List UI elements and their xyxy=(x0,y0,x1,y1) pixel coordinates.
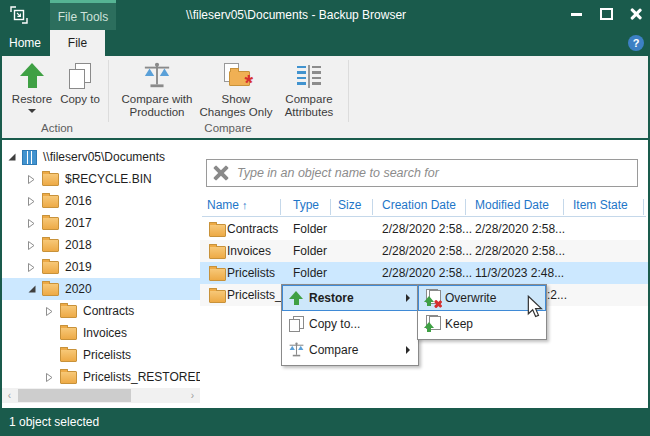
tree-item-recycle-bin[interactable]: $RECYCLE.BIN xyxy=(2,168,223,190)
collapsed-twisty-icon[interactable] xyxy=(26,240,37,251)
column-header-type[interactable]: Type xyxy=(293,198,319,216)
expanded-twisty-icon[interactable] xyxy=(6,152,17,162)
column-separator xyxy=(330,199,331,215)
tree-item-label: Pricelists xyxy=(83,348,131,362)
column-separator xyxy=(372,199,373,215)
contextual-tab-file-tools[interactable]: File Tools xyxy=(50,0,116,30)
cell-name: Invoices xyxy=(227,240,271,262)
collapsed-twisty-icon[interactable] xyxy=(26,174,37,185)
expanded-twisty-icon[interactable] xyxy=(26,284,37,294)
cell-modified-date: 11/3/2023 2:48... xyxy=(475,262,564,284)
collapsed-twisty-icon[interactable] xyxy=(26,218,37,229)
tree-item-2017[interactable]: 2017 xyxy=(2,212,223,234)
menu-item-label: Compare xyxy=(309,343,406,357)
column-header-creation-date[interactable]: Creation Date xyxy=(382,198,456,216)
clear-search-icon[interactable] xyxy=(212,165,229,182)
app-icon xyxy=(9,5,29,25)
tree-item-label: $RECYCLE.BIN xyxy=(65,172,152,186)
column-header-label: Name xyxy=(207,198,239,212)
menu-item-restore[interactable]: Restore xyxy=(282,285,418,311)
collapsed-twisty-icon[interactable] xyxy=(44,306,55,317)
menu-item-copy-to[interactable]: Copy to... xyxy=(282,311,418,337)
scroll-left-arrow-icon[interactable]: ‹ xyxy=(2,388,17,403)
tab-home[interactable]: Home xyxy=(0,30,50,56)
minimize-button[interactable] xyxy=(562,0,590,28)
cell-type: Folder xyxy=(293,240,327,262)
compare-with-production-button[interactable]: Compare with Production xyxy=(114,59,200,123)
table-row-pricelists[interactable]: Pricelists Folder 2/28/2020 2:58... 11/3… xyxy=(200,262,648,284)
status-text: 1 object selected xyxy=(9,415,99,429)
folder-tree: \\fileserv05\Documents $RECYCLE.BIN 2016… xyxy=(2,140,201,408)
tree-item-label: 2020 xyxy=(65,282,92,296)
folder-icon xyxy=(42,195,59,208)
restore-button[interactable]: Restore xyxy=(6,59,58,123)
folder-icon xyxy=(60,327,77,340)
minimize-icon xyxy=(571,13,582,16)
compare-attributes-label: Compare Attributes xyxy=(274,93,344,119)
copy-pages-icon xyxy=(69,63,91,89)
column-header-modified-date[interactable]: Modified Date xyxy=(475,198,549,216)
chevron-down-icon xyxy=(28,109,36,113)
column-header-size[interactable]: Size xyxy=(338,198,361,216)
scales-icon xyxy=(142,62,172,90)
restore-arrow-icon xyxy=(289,291,303,306)
main-area: \\fileserv05\Documents $RECYCLE.BIN 2016… xyxy=(0,140,650,408)
server-share-icon xyxy=(22,150,37,165)
help-button[interactable]: ? xyxy=(628,35,644,51)
search-input[interactable] xyxy=(235,165,637,181)
cell-creation-date: 2/28/2020 2:58... xyxy=(382,218,472,240)
tree-item-2020[interactable]: 2020 xyxy=(2,278,223,300)
tab-file[interactable]: File xyxy=(50,30,105,56)
folder-icon xyxy=(209,268,226,281)
compare-attributes-button[interactable]: Compare Attributes xyxy=(274,59,344,123)
cell-creation-date: 2/28/2020 2:58... xyxy=(382,262,472,284)
search-box[interactable] xyxy=(206,159,638,187)
ribbon-group-action: Action xyxy=(6,122,108,136)
overwrite-doc-icon xyxy=(424,290,441,306)
table-row-invoices[interactable]: Invoices Folder 2/28/2020 2:58... 2/28/2… xyxy=(200,240,648,262)
menu-item-compare[interactable]: Compare xyxy=(282,337,418,363)
tree-item-root[interactable]: \\fileserv05\Documents xyxy=(2,146,203,168)
compare-lines-icon xyxy=(297,65,321,88)
table-row-contracts[interactable]: Contracts Folder 2/28/2020 2:58... 2/28/… xyxy=(200,218,648,240)
close-button[interactable] xyxy=(622,0,650,28)
column-separator xyxy=(465,199,466,215)
scroll-right-arrow-icon[interactable]: › xyxy=(185,388,200,403)
tree-horizontal-scrollbar[interactable]: ‹ › xyxy=(2,388,200,403)
column-separator xyxy=(643,199,644,215)
maximize-button[interactable] xyxy=(592,0,620,28)
tree-item-label: 2017 xyxy=(65,216,92,230)
tree-item-label: Invoices xyxy=(83,326,127,340)
status-bar: 1 object selected xyxy=(0,408,650,436)
tree-item-2018[interactable]: 2018 xyxy=(2,234,223,256)
window-border-left xyxy=(0,56,2,408)
collapsed-twisty-icon[interactable] xyxy=(44,372,55,383)
submenu-item-label: Keep xyxy=(445,317,545,331)
tree-item-2019[interactable]: 2019 xyxy=(2,256,223,278)
cell-type: Folder xyxy=(293,262,327,284)
column-separator xyxy=(280,199,281,215)
tree-item-label: Contracts xyxy=(83,304,134,318)
folder-icon xyxy=(42,173,59,186)
show-changes-only-button[interactable]: * Show Changes Only xyxy=(198,59,274,123)
collapsed-twisty-icon[interactable] xyxy=(26,196,37,207)
copy-to-button[interactable]: Copy to xyxy=(58,59,102,123)
title-bar: File Tools \\fileserv05\Documents - Back… xyxy=(0,0,650,30)
cell-modified-date-fragment: :2... xyxy=(547,284,567,306)
scrollbar-track[interactable] xyxy=(17,388,185,403)
column-header-item-state[interactable]: Item State xyxy=(573,198,628,216)
file-list-panel: Name↑ Type Size Creation Date Modified D… xyxy=(200,140,648,408)
tree-item-2016[interactable]: 2016 xyxy=(2,190,223,212)
submenu-arrow-icon xyxy=(406,294,410,302)
menu-item-label: Restore xyxy=(309,291,406,305)
scales-icon xyxy=(288,342,305,358)
column-header-name[interactable]: Name↑ xyxy=(207,198,248,216)
menu-item-label: Copy to... xyxy=(309,317,417,331)
tree-item-label: \\fileserv05\Documents xyxy=(43,150,165,164)
collapsed-twisty-icon[interactable] xyxy=(26,262,37,273)
folder-icon xyxy=(60,305,77,318)
header-underline xyxy=(202,216,646,217)
ribbon-tab-row: Home File ? xyxy=(0,30,650,56)
folder-icon xyxy=(209,290,226,303)
scrollbar-thumb[interactable] xyxy=(18,389,131,402)
